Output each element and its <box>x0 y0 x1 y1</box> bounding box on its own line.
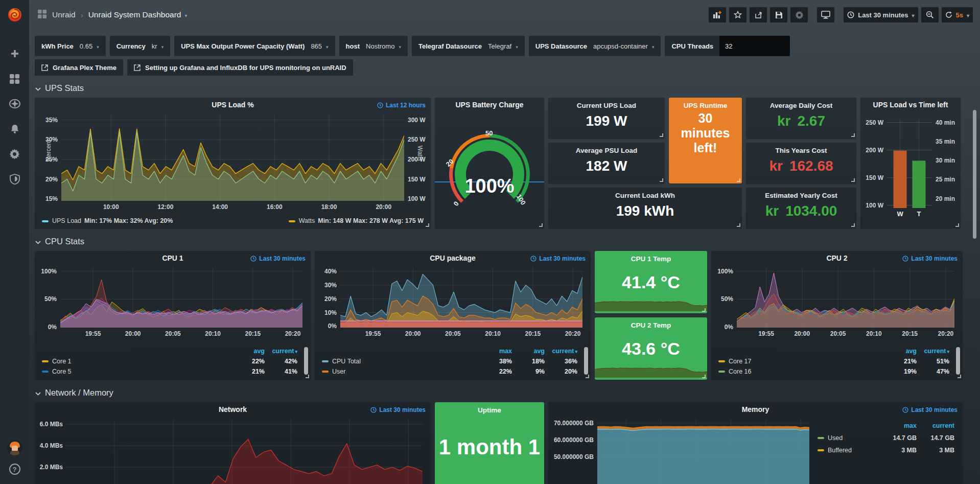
stat-value: 199 kWh <box>548 203 742 219</box>
panel-uptime: Uptime 1 month 1 <box>435 402 544 484</box>
share-button[interactable] <box>750 7 767 22</box>
add-panel-button[interactable] <box>709 7 726 22</box>
time-range-label: Last 30 minutes <box>858 11 914 19</box>
stat-title[interactable]: Average PSU Load <box>548 147 665 154</box>
explore-compass-icon[interactable] <box>9 98 20 109</box>
sparkline <box>595 357 707 380</box>
legend-scrollbar[interactable] <box>956 347 960 375</box>
legend-swatch <box>42 371 49 373</box>
link-grafana-plex-theme[interactable]: Grafana Plex Theme <box>35 59 123 76</box>
stat-title[interactable]: Average Daily Cost <box>746 102 856 109</box>
stat-title[interactable]: UPS Runtime <box>669 102 742 109</box>
stat-title[interactable]: This Years Cost <box>746 147 856 154</box>
panel-network: Network Last 30 minutes 6.0 MBs 4.0 MBs … <box>35 402 431 484</box>
cpu-threads-input[interactable]: 32 <box>719 36 790 56</box>
template-variables-bar: kWh Price0.65 Currencykr UPS Max Output … <box>29 30 964 56</box>
panel-estimated-yearly-cost: Estimated Yearly Cost kr1034.00 <box>746 188 856 228</box>
ups-load-chart[interactable]: Percent Watts 35% 30% 25% 20% 15% 300 W … <box>61 114 404 201</box>
dashboard-title[interactable]: Unraid System Dashboard <box>88 10 188 19</box>
user-avatar[interactable] <box>7 440 22 455</box>
variable-currency[interactable]: Currencykr <box>110 36 170 56</box>
save-button[interactable] <box>770 7 787 22</box>
configuration-gear-icon[interactable] <box>9 148 20 159</box>
breadcrumb: Unraid › Unraid System Dashboard <box>37 9 187 21</box>
sparkline <box>595 291 707 313</box>
cpu1-chart[interactable]: 100% 50% 0% 19:55 20:00 20:05 20:10 20:1… <box>60 267 302 328</box>
cpu2-chart[interactable]: 100% 50% 0% 19:55 20:00 20:05 20:10 20:1… <box>737 267 954 328</box>
breadcrumb-root[interactable]: Unraid <box>52 10 76 19</box>
page-scrollbar[interactable] <box>973 110 976 239</box>
panel-current-load-kwh: Current Load kWh 199 kWh <box>548 188 742 228</box>
dashboard-settings-button[interactable] <box>790 7 808 22</box>
stat-value: 30 minutes left! <box>669 111 742 155</box>
star-button[interactable] <box>729 7 746 22</box>
legend: avgcurrent Core 122%42% Core 521%41% <box>42 346 297 377</box>
zoom-out-button[interactable] <box>921 7 939 22</box>
alerting-bell-icon[interactable] <box>9 123 20 134</box>
stat-value: kr2.67 <box>746 113 856 129</box>
panel-current-ups-load: Current UPS Load 199 W <box>548 98 665 139</box>
server-admin-shield-icon[interactable] <box>9 173 20 185</box>
legend-swatch <box>718 371 725 373</box>
external-link-icon <box>134 64 141 71</box>
time-override: Last 30 minutes <box>250 255 306 262</box>
section-network-memory[interactable]: Network / Memory <box>35 388 980 398</box>
legend-swatch <box>42 360 49 362</box>
apps-grid-icon <box>37 9 47 21</box>
panel-cpu2-temp: CPU 2 Temp 43.6 °C <box>595 317 707 380</box>
chevron-down-icon <box>35 84 41 93</box>
time-override: Last 30 minutes <box>530 255 586 262</box>
panel-title[interactable]: Memory <box>548 405 963 413</box>
variable-kwh-price[interactable]: kWh Price0.65 <box>35 36 106 56</box>
legend-swatch <box>42 220 49 222</box>
stat-title[interactable]: Estimated Yearly Cost <box>746 192 856 199</box>
stat-value: 1 month 1 <box>435 435 544 459</box>
stat-title[interactable]: Current Load kWh <box>548 192 742 199</box>
legend-scrollbar[interactable] <box>584 347 588 375</box>
legend-swatch <box>818 437 824 439</box>
cpu-package-chart[interactable]: 40% 30% 20% 10% 0% 19:55 20:00 20:05 20:… <box>340 267 582 328</box>
section-cpu-stats[interactable]: CPU Stats <box>35 237 980 246</box>
time-range-picker[interactable]: Last 30 minutes <box>844 7 918 22</box>
create-add-icon[interactable] <box>9 48 20 59</box>
load-vs-time-chart[interactable]: 250 W 200 W 150 W 100 W 40 min 35 min 30… <box>887 118 932 208</box>
legend: UPS LoadMin: 17% Max: 32% Avg: 20% Watts… <box>42 217 424 224</box>
stat-title[interactable]: Uptime <box>435 406 544 414</box>
cycle-view-monitor-button[interactable] <box>817 7 834 22</box>
network-chart[interactable]: 6.0 MBs 4.0 MBs 2.0 MBs <box>66 420 423 484</box>
grafana-logo-icon[interactable] <box>6 6 24 24</box>
legend-swatch <box>322 360 329 362</box>
memory-chart[interactable]: 70.000000 GB 60.000000 GB 50.000000 GB <box>597 420 809 484</box>
time-override: Last 30 minutes <box>902 255 958 262</box>
panel-average-daily-cost: Average Daily Cost kr2.67 <box>746 98 856 139</box>
legend-item: UPS LoadMin: 17% Max: 32% Avg: 20% <box>42 217 173 224</box>
stat-title[interactable]: CPU 1 Temp <box>595 255 707 263</box>
legend: avgcurrent Core 1721%51% Core 1619%47% <box>718 346 949 377</box>
variable-host[interactable]: hostNostromo <box>339 36 408 56</box>
variable-ups-max-output[interactable]: UPS Max Output Power Capacity (Watt)865 <box>174 36 335 56</box>
panel-title[interactable]: UPS Battery Charge <box>435 101 544 109</box>
link-ups-monitoring-guide[interactable]: Setting up Grafana and InfluxDB for UPS … <box>127 59 353 76</box>
section-ups-stats[interactable]: UPS Stats <box>35 83 980 93</box>
stat-value: kr1034.00 <box>746 203 856 219</box>
help-icon[interactable]: ? <box>9 464 20 475</box>
panel-title[interactable]: UPS Load vs Time left <box>860 101 961 109</box>
navbar-actions: Last 30 minutes 5s <box>709 7 973 22</box>
dashboards-icon[interactable] <box>9 73 20 84</box>
stat-value: 182 W <box>548 158 665 174</box>
refresh-picker[interactable]: 5s <box>942 7 973 22</box>
variable-ups-datasource[interactable]: UPS Datasourceapcupsd-container <box>529 36 661 56</box>
legend-scrollbar[interactable] <box>304 347 308 375</box>
variable-telegraf-datasource[interactable]: Telegraf DatasourceTelegraf <box>412 36 525 56</box>
stat-title[interactable]: Current UPS Load <box>548 102 665 109</box>
panel-cpu-package: CPU package Last 30 minutes 40% 30% 20% … <box>315 251 591 380</box>
time-override: Last 30 minutes <box>370 406 426 413</box>
legend-item: WattsMin: 148 W Max: 278 W Avg: 175 W <box>289 217 424 224</box>
time-override: Last 30 minutes <box>902 406 958 413</box>
legend-row: Core 1619%47% <box>718 366 949 377</box>
stat-value: 43.6 °C <box>595 339 707 359</box>
panel-cpu2: CPU 2 Last 30 minutes 100% 50% 0% 19:55 … <box>711 251 963 380</box>
chevron-down-icon <box>35 388 41 398</box>
stat-title[interactable]: CPU 2 Temp <box>595 321 707 329</box>
panel-title[interactable]: UPS Load % <box>35 101 431 109</box>
